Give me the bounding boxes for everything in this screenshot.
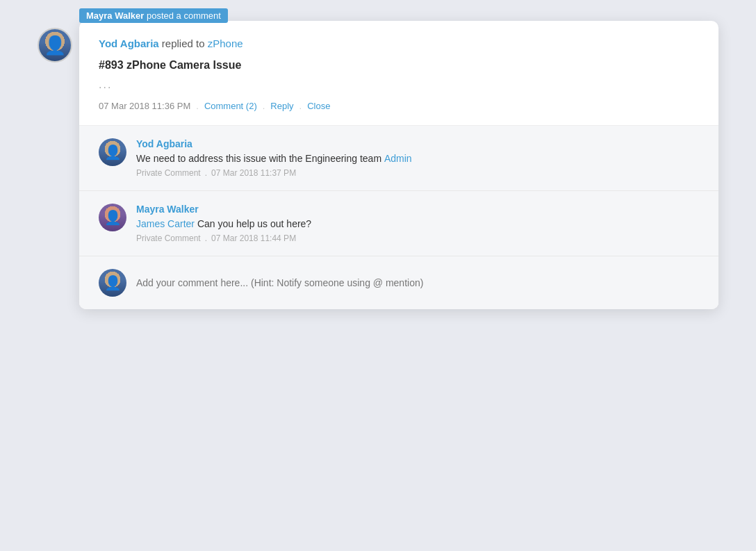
comment-text-before-1: We need to address this issue with the E…: [136, 153, 381, 164]
comment-link[interactable]: Comment (2): [204, 101, 257, 111]
replied-line: Yod Agbaria replied to zPhone: [99, 38, 699, 49]
meta-line: 07 Mar 2018 11:36 PM . Comment (2) . Rep…: [99, 101, 699, 111]
comment-author-2: Mayra Walker: [136, 204, 699, 215]
main-avatar-icon: 👤: [44, 35, 66, 56]
reply-link[interactable]: Reply: [270, 101, 293, 111]
notification-wrapper: Mayra Walker posted a comment 👤 Yod Agba…: [38, 21, 718, 309]
comment-text-2: James Carter Can you help us out here?: [136, 218, 699, 229]
comment-text-1: We need to address this issue with the E…: [136, 153, 699, 164]
comment-item: 👤 Yod Agbaria We need to address this is…: [79, 126, 718, 191]
ellipsis-text: ...: [99, 79, 699, 91]
comment-content-1: Yod Agbaria We need to address this issu…: [136, 138, 699, 178]
comment-meta-1: Private Comment . 07 Mar 2018 11:37 PM: [136, 168, 699, 178]
comment-dot-1: .: [205, 168, 207, 178]
comment-input-avatar: 👤: [99, 269, 126, 297]
comment-input-avatar-icon: 👤: [104, 274, 122, 291]
dot-2: .: [263, 101, 265, 111]
comment-avatar-2: 👤: [99, 204, 126, 231]
comment-text-after-2: Can you help us out here?: [197, 218, 311, 229]
notification-card: Yod Agbaria replied to zPhone #893 zPhon…: [79, 21, 718, 309]
close-link[interactable]: Close: [307, 101, 330, 111]
comment-mention-2[interactable]: James Carter: [136, 218, 195, 229]
dot-3: .: [299, 101, 302, 111]
comment-timestamp-2: 07 Mar 2018 11:44 PM: [211, 233, 296, 243]
comment-avatar-2-icon: 👤: [104, 209, 122, 226]
comment-item-2: 👤 Mayra Walker James Carter Can you help…: [79, 191, 718, 256]
comment-author-1: Yod Agbaria: [136, 138, 699, 149]
comment-meta-2: Private Comment . 07 Mar 2018 11:44 PM: [136, 233, 699, 243]
notification-bar: Mayra Walker posted a comment: [79, 8, 228, 23]
main-avatar: 👤: [38, 28, 72, 63]
comment-timestamp-1: 07 Mar 2018 11:37 PM: [211, 168, 296, 178]
channel-link[interactable]: zPhone: [208, 38, 243, 49]
dot-1: .: [196, 101, 199, 111]
notification-poster: Mayra Walker: [86, 10, 144, 21]
card-header: Yod Agbaria replied to zPhone #893 zPhon…: [79, 21, 718, 126]
notification-action: posted a comment: [147, 10, 221, 21]
comments-section: 👤 Yod Agbaria We need to address this is…: [79, 126, 718, 309]
comment-mention-1[interactable]: Admin: [384, 153, 412, 164]
main-avatar-wrapper: 👤: [38, 28, 72, 63]
ticket-title: #893 zPhone Camera Issue: [99, 59, 699, 72]
comment-type-1: Private Comment: [136, 168, 201, 178]
header-timestamp: 07 Mar 2018 11:36 PM: [99, 101, 190, 111]
comment-dot-2: .: [205, 233, 207, 243]
comment-content-2: Mayra Walker James Carter Can you help u…: [136, 204, 699, 243]
comment-avatar-1: 👤: [99, 138, 126, 166]
comment-type-2: Private Comment: [136, 233, 201, 243]
actor-name-link[interactable]: Yod Agbaria: [99, 38, 159, 49]
comment-input[interactable]: [136, 277, 699, 288]
action-text: replied to: [162, 38, 208, 49]
comment-input-area: 👤: [79, 256, 718, 309]
comment-avatar-1-icon: 👤: [104, 144, 122, 161]
